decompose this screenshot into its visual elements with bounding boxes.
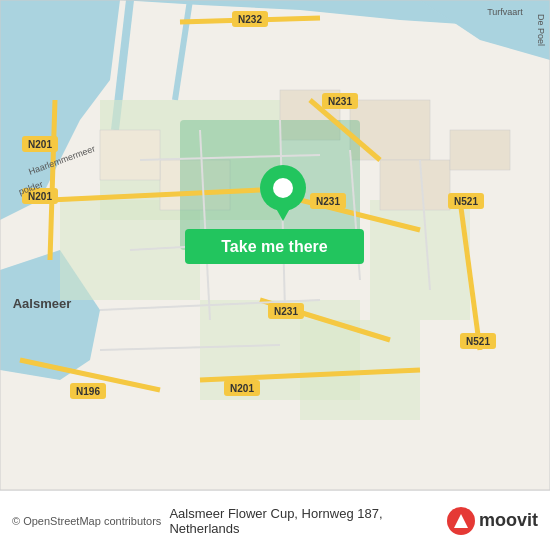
- svg-text:Turfvaart: Turfvaart: [487, 7, 523, 17]
- location-text: Aalsmeer Flower Cup, Hornweg 187, Nether…: [161, 506, 447, 536]
- svg-rect-15: [450, 130, 510, 170]
- svg-text:N231: N231: [316, 196, 340, 207]
- osm-attribution: © OpenStreetMap contributors: [12, 515, 161, 527]
- moovit-icon: [447, 507, 475, 535]
- svg-text:N521: N521: [454, 196, 478, 207]
- svg-text:N201: N201: [28, 139, 52, 150]
- svg-rect-17: [100, 130, 160, 180]
- svg-text:N521: N521: [466, 336, 490, 347]
- svg-text:N231: N231: [274, 306, 298, 317]
- svg-marker-64: [273, 203, 293, 221]
- contributors-text: contributors: [104, 515, 161, 527]
- svg-text:De Poel: De Poel: [536, 14, 546, 46]
- osm-link[interactable]: OpenStreetMap: [23, 515, 101, 527]
- take-me-there-button[interactable]: Take me there: [185, 229, 364, 264]
- svg-text:N231: N231: [328, 96, 352, 107]
- svg-rect-14: [380, 160, 450, 210]
- svg-rect-10: [370, 200, 470, 320]
- svg-text:Aalsmeer: Aalsmeer: [13, 296, 72, 311]
- location-pin: [258, 165, 308, 215]
- moovit-text: moovit: [479, 510, 538, 531]
- svg-rect-13: [350, 100, 430, 160]
- bottom-bar: © OpenStreetMap contributors Aalsmeer Fl…: [0, 490, 550, 550]
- copyright-symbol: ©: [12, 515, 20, 527]
- map-container: N232 N201 N201 N201 N231 N231 N231 N196 …: [0, 0, 550, 490]
- svg-point-63: [273, 178, 293, 198]
- svg-text:N201: N201: [230, 383, 254, 394]
- moovit-logo: moovit: [447, 507, 538, 535]
- svg-text:N232: N232: [238, 14, 262, 25]
- svg-text:N196: N196: [76, 386, 100, 397]
